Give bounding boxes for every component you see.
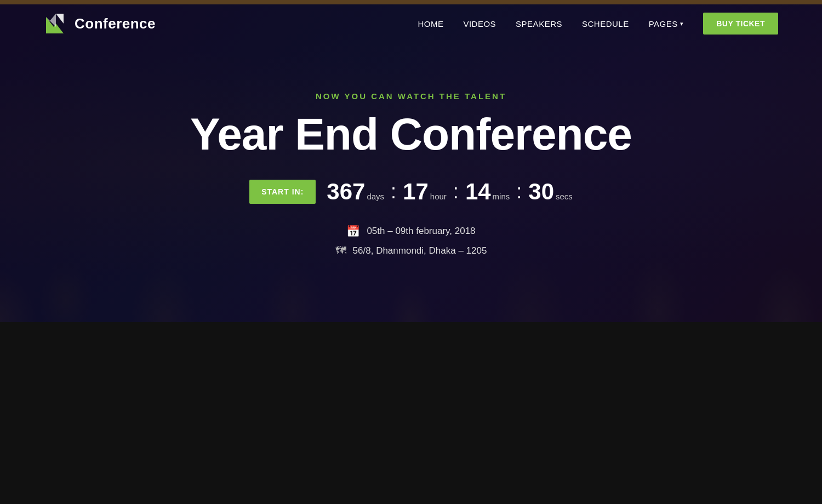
countdown-sep-1: : <box>391 180 396 203</box>
countdown-sep-2: : <box>453 180 459 203</box>
hero-info: 📅 05th – 09th february, 2018 🗺 56/8, Dha… <box>190 225 632 257</box>
countdown-secs: 30 secs <box>528 179 573 205</box>
logo-icon <box>44 12 68 36</box>
top-bar <box>0 0 822 4</box>
nav-links: HOME VIDEOS SPEAKERS SCHEDULE PAGES ▾ BU… <box>418 13 778 35</box>
navbar: Conference HOME VIDEOS SPEAKERS SCHEDULE… <box>0 4 822 43</box>
event-date: 05th – 09th february, 2018 <box>367 226 475 237</box>
brand-name: Conference <box>75 15 156 32</box>
hero-section: NOW YOU CAN WATCH THE TALENT Year End Co… <box>0 4 822 322</box>
hero-tagline: NOW YOU CAN WATCH THE TALENT <box>190 91 632 101</box>
start-in-button[interactable]: START IN: <box>249 180 316 204</box>
svg-marker-1 <box>56 14 64 24</box>
countdown-row: START IN: 367 days : 17 hour : 14 mins :… <box>190 179 632 205</box>
countdown-sep-3: : <box>516 180 522 203</box>
nav-speakers[interactable]: SPEAKERS <box>516 19 562 28</box>
nav-pages[interactable]: PAGES ▾ <box>649 19 684 28</box>
date-row: 📅 05th – 09th february, 2018 <box>346 225 475 238</box>
map-icon: 🗺 <box>335 244 346 257</box>
hero-content: NOW YOU CAN WATCH THE TALENT Year End Co… <box>190 70 632 257</box>
nav-home[interactable]: HOME <box>418 19 443 28</box>
nav-schedule[interactable]: SCHEDULE <box>582 19 629 28</box>
chevron-down-icon: ▾ <box>680 20 684 27</box>
location-row: 🗺 56/8, Dhanmondi, Dhaka – 1205 <box>335 244 487 257</box>
countdown-days: 367 days <box>327 179 384 205</box>
countdown-hours: 17 hour <box>403 179 447 205</box>
brand[interactable]: Conference <box>44 12 156 36</box>
hero-title: Year End Conference <box>190 111 632 158</box>
calendar-icon: 📅 <box>346 225 360 238</box>
event-location: 56/8, Dhanmondi, Dhaka – 1205 <box>353 245 487 256</box>
buy-ticket-button[interactable]: BUY TICKET <box>703 13 778 35</box>
countdown-mins: 14 mins <box>465 179 510 205</box>
nav-videos[interactable]: VIDEOS <box>463 19 496 28</box>
